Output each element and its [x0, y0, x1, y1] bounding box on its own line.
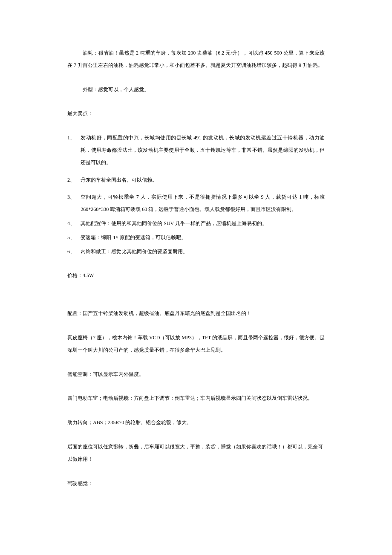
list-number: 1、 — [67, 132, 81, 168]
list-number: 2、 — [67, 174, 81, 186]
list-number: 4、 — [67, 217, 81, 230]
list-content: 内饰和做工：感觉比其他同价位的要坚固耐用。 — [81, 246, 325, 258]
fuel-consumption-paragraph: 油耗：很省油！虽然是 2 吨重的车身，每次加 200 块柴油（6.2 元/升），… — [67, 47, 325, 72]
list-item: 6、 内饰和做工：感觉比其他同价位的要坚固耐用。 — [67, 246, 325, 258]
list-content: 空间超大，可轻松乘坐 7 人，实际使用下来，不是很拥挤情况下最多可以坐 9 人，… — [81, 191, 325, 216]
appearance-paragraph: 外型：感觉可以，个人感觉。 — [67, 84, 325, 96]
selling-points-list: 1、 发动机好，同配置的中兴，长城均使用的是长城 491 的发动机，长城的发动机… — [67, 132, 325, 257]
list-item: 2、 丹东的车桥全国出名。可以信赖。 — [67, 174, 325, 186]
rear-seats-paragraph: 后面的座位可以任意翻转，折叠，后车厢可以很宽大，平整，装货，睡觉（如果你喜欢的话… — [67, 441, 325, 465]
list-number: 3、 — [67, 191, 81, 216]
seats-paragraph: 真皮座椅（7 座），桃木内饰！车载 VCD（可以放 MP3），TFT 的液晶屏，… — [67, 332, 325, 356]
list-content: 发动机好，同配置的中兴，长城均使用的是长城 491 的发动机，长城的发动机远差过… — [81, 132, 325, 168]
steering-paragraph: 助力转向；ABS；235R70 的轮胎。铝合金轮毂，够大。 — [67, 416, 325, 429]
list-item: 1、 发动机好，同配置的中兴，长城均使用的是长城 491 的发动机，长城的发动机… — [67, 132, 325, 168]
list-content: 变速箱：绵阳 4Y 原配的变速箱，可以信赖吧。 — [81, 231, 325, 244]
list-item: 5、 变速箱：绵阳 4Y 原配的变速箱，可以信赖吧。 — [67, 231, 325, 244]
ac-paragraph: 智能空调：可以显示车内外温度。 — [67, 368, 325, 381]
list-item: 3、 空间超大，可轻松乘坐 7 人，实际使用下来，不是很拥挤情况下最多可以坐 9… — [67, 191, 325, 216]
driving-paragraph: 驾驶感觉： — [67, 477, 325, 490]
config-paragraph: 配置：国产五十铃柴油发动机，超级省油。底盘丹东曙光的底盘到是全国出名的！ — [67, 307, 325, 320]
selling-points-title: 最大卖点： — [67, 107, 325, 120]
list-content: 其他配置件：使用的和其他同价位的 SUV 几乎一样的产品，压缩机是上海易初的。 — [81, 217, 325, 230]
price-paragraph: 价格：4.5W — [67, 269, 325, 282]
list-content: 丹东的车桥全国出名。可以信赖。 — [81, 174, 325, 186]
windows-paragraph: 四门电动车窗；电动后视镜；方向盘上下调节；倒车雷达；车内后视镜显示四门关闭状态以… — [67, 392, 325, 405]
list-number: 5、 — [67, 231, 81, 244]
list-item: 4、 其他配置件：使用的和其他同价位的 SUV 几乎一样的产品，压缩机是上海易初… — [67, 217, 325, 230]
list-number: 6、 — [67, 246, 81, 258]
